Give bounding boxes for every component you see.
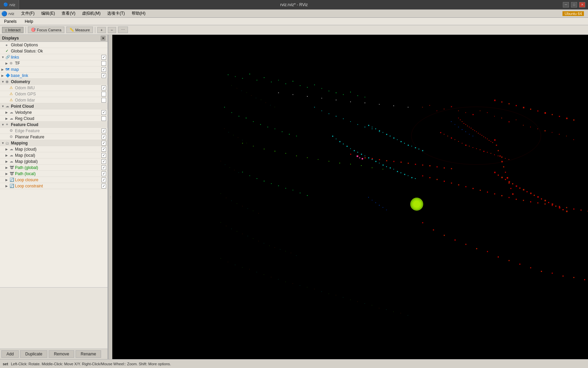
minimize-button[interactable]: ─ bbox=[563, 2, 569, 7]
display-item-odometry[interactable]: ◉ Odometry bbox=[0, 79, 108, 85]
display-item-map-cloud[interactable]: ☁ Map (cloud) bbox=[0, 146, 108, 152]
checkbox-odom-lidar[interactable] bbox=[101, 98, 106, 103]
expand-icon-odometry bbox=[1, 80, 5, 83]
display-item-velodyne[interactable]: ☁ Velodyne bbox=[0, 109, 108, 116]
checkbox-odom-imu[interactable] bbox=[101, 86, 106, 90]
svg-rect-156 bbox=[519, 264, 520, 265]
display-item-global-options[interactable]: ● Global Options bbox=[0, 42, 108, 48]
display-item-path-global[interactable]: ➰ Path (global) bbox=[0, 165, 108, 171]
checkbox-plannar-feature[interactable] bbox=[101, 135, 106, 139]
app-tab[interactable]: 🔵 rviz bbox=[0, 0, 19, 9]
svg-rect-116 bbox=[523, 200, 524, 201]
display-item-odom-imu[interactable]: ⚠ Odom IMU bbox=[0, 85, 108, 91]
menu-view[interactable]: 查看(V) bbox=[59, 10, 78, 17]
svg-rect-275 bbox=[379, 104, 380, 105]
checkbox-reg-cloud[interactable] bbox=[101, 116, 106, 121]
checkbox-map-global[interactable] bbox=[101, 159, 106, 164]
svg-rect-58 bbox=[491, 153, 491, 154]
label-global-options: Global Options bbox=[11, 43, 106, 47]
svg-rect-238 bbox=[368, 157, 369, 158]
remove-button[interactable]: Remove bbox=[49, 350, 74, 358]
rviz-menu-help[interactable]: Help bbox=[22, 18, 36, 25]
checkbox-map-cloud[interactable] bbox=[101, 147, 106, 152]
checkbox-edge-feature[interactable] bbox=[101, 128, 106, 133]
display-item-loop-closure[interactable]: 🔄 Loop closure bbox=[0, 177, 108, 183]
label-velodyne: Velodyne bbox=[15, 110, 101, 115]
3d-viewport[interactable] bbox=[112, 35, 588, 359]
display-item-map-global[interactable]: ☁ Map (global) bbox=[0, 158, 108, 165]
display-item-point-cloud[interactable]: ☁ Point Cloud bbox=[0, 103, 108, 109]
display-item-map[interactable]: 🗺 map bbox=[0, 66, 108, 73]
display-item-path-local[interactable]: ➰ Path (local) bbox=[0, 171, 108, 177]
svg-rect-225 bbox=[364, 127, 365, 127]
focus-camera-button[interactable]: 🎯 Focus Camera bbox=[28, 27, 64, 33]
svg-rect-182 bbox=[364, 97, 365, 97]
svg-rect-104 bbox=[437, 179, 438, 180]
menu-tab[interactable]: 选项卡(T) bbox=[104, 10, 127, 17]
duplicate-button[interactable]: Duplicate bbox=[20, 350, 47, 358]
display-item-odom-lidar[interactable]: ⚠ Odom lidar bbox=[0, 97, 108, 103]
svg-rect-340 bbox=[296, 255, 296, 256]
svg-rect-202 bbox=[260, 124, 261, 125]
add-button[interactable]: Add bbox=[1, 350, 19, 358]
expand-icon-loop-closure bbox=[5, 178, 10, 182]
display-item-mapping[interactable]: 🗂 Mapping bbox=[0, 140, 108, 146]
add-icon-button[interactable]: + bbox=[97, 27, 105, 33]
checkbox-path-global[interactable] bbox=[101, 165, 106, 170]
checkbox-path-local[interactable] bbox=[101, 171, 106, 176]
display-item-plannar-feature[interactable]: ⚙ Plannar Feature bbox=[0, 134, 108, 140]
dots-button[interactable]: ⋯ bbox=[118, 27, 128, 33]
checkbox-loop-constraint[interactable] bbox=[101, 184, 106, 188]
panel-resize-handle[interactable]: ⋮ bbox=[108, 35, 112, 359]
remove-icon-button[interactable]: − bbox=[108, 27, 116, 33]
displays-close-button[interactable]: ✕ bbox=[101, 36, 105, 41]
checkbox-base-link[interactable] bbox=[101, 73, 106, 78]
display-item-global-status[interactable]: ✓ Global Status: Ok bbox=[0, 48, 108, 54]
svg-rect-124 bbox=[581, 210, 582, 211]
svg-rect-68 bbox=[523, 107, 524, 108]
menu-file[interactable]: 文件(F) bbox=[18, 10, 37, 17]
svg-rect-253 bbox=[372, 127, 372, 127]
svg-rect-304 bbox=[265, 103, 266, 103]
path-local-icon: ➰ bbox=[10, 171, 14, 176]
displays-list: ● Global Options ✓ Global Status: Ok 🔗 l… bbox=[0, 42, 108, 287]
svg-rect-334 bbox=[264, 243, 264, 243]
svg-rect-341 bbox=[220, 258, 221, 259]
display-item-links[interactable]: 🔗 links bbox=[0, 54, 108, 60]
status-prefix: set bbox=[3, 362, 8, 366]
checkbox-mapping[interactable] bbox=[101, 141, 106, 145]
measure-button[interactable]: 📏 Measure bbox=[66, 27, 93, 33]
maximize-button[interactable]: □ bbox=[571, 2, 577, 7]
display-item-loop-constraint[interactable]: 🔄 Loop constraint bbox=[0, 183, 108, 189]
checkbox-loop-closure[interactable] bbox=[101, 178, 106, 182]
svg-rect-214 bbox=[285, 188, 286, 189]
svg-rect-320 bbox=[231, 201, 232, 201]
label-odom-gps: Odom GPS bbox=[15, 92, 101, 96]
checkbox-map[interactable] bbox=[101, 67, 106, 72]
display-item-base-link[interactable]: 🔷 base_link bbox=[0, 73, 108, 79]
svg-rect-342 bbox=[228, 262, 228, 262]
svg-rect-13 bbox=[501, 118, 502, 118]
menu-vm[interactable]: 虚拟机(M) bbox=[79, 10, 103, 17]
rename-button[interactable]: Rename bbox=[76, 350, 101, 358]
checkbox-map-local[interactable] bbox=[101, 153, 106, 158]
checkbox-links[interactable] bbox=[101, 55, 106, 60]
menu-help[interactable]: 帮助(H) bbox=[129, 10, 148, 17]
svg-rect-181 bbox=[357, 95, 358, 96]
display-item-feature-cloud[interactable]: ✦ Feature Cloud bbox=[0, 122, 108, 128]
close-button[interactable]: ✕ bbox=[579, 2, 585, 7]
menu-edit[interactable]: 编辑(E) bbox=[38, 10, 58, 17]
interact-tool-button[interactable]: ↕ Interact bbox=[2, 27, 23, 33]
svg-rect-246 bbox=[397, 171, 398, 172]
display-item-reg-cloud[interactable]: ☁ Reg Cloud bbox=[0, 116, 108, 122]
svg-rect-69 bbox=[530, 109, 531, 110]
checkbox-velodyne[interactable] bbox=[101, 110, 106, 115]
display-item-tf[interactable]: ⊕ TF bbox=[0, 60, 108, 66]
svg-rect-231 bbox=[343, 143, 344, 144]
display-item-odom-gps[interactable]: ⚠ Odom GPS bbox=[0, 91, 108, 97]
display-item-map-local[interactable]: ☁ Map (local) bbox=[0, 152, 108, 158]
display-item-edge-feature[interactable]: ⚙ Edge Feature bbox=[0, 128, 108, 134]
checkbox-tf[interactable] bbox=[101, 61, 106, 66]
rviz-menu-panels[interactable]: Panels bbox=[1, 18, 19, 25]
checkbox-odom-gps[interactable] bbox=[101, 92, 106, 96]
